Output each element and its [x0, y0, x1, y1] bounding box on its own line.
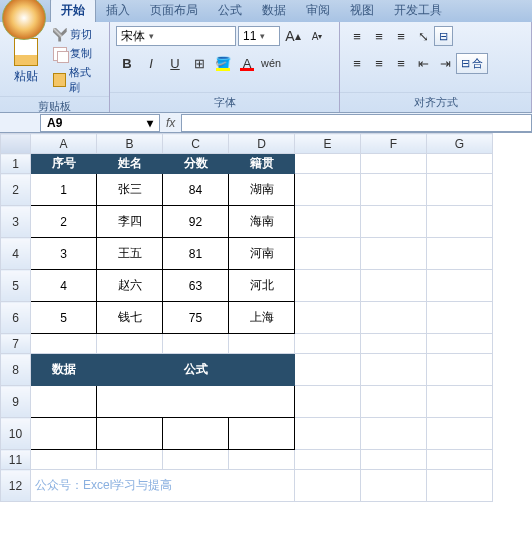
cell[interactable] — [361, 450, 427, 470]
cell[interactable]: 河北 — [229, 270, 295, 302]
cell[interactable]: 5 — [31, 302, 97, 334]
row-header[interactable]: 6 — [1, 302, 31, 334]
cell[interactable] — [361, 354, 427, 386]
copy-button[interactable]: 复制 — [51, 45, 103, 62]
cell[interactable] — [31, 334, 97, 354]
align-bottom-button[interactable]: ≡ — [390, 26, 412, 46]
cell[interactable] — [97, 418, 163, 450]
cell[interactable] — [31, 418, 97, 450]
wrap-text-button[interactable]: ⊟ — [434, 26, 453, 46]
cell[interactable] — [361, 334, 427, 354]
row-header[interactable]: 7 — [1, 334, 31, 354]
cell[interactable] — [427, 450, 493, 470]
bold-button[interactable]: B — [116, 53, 138, 73]
tab-review[interactable]: 审阅 — [296, 0, 340, 22]
fill-color-button[interactable]: 🪣 — [212, 53, 234, 73]
cell[interactable] — [295, 470, 361, 502]
cell[interactable] — [295, 354, 361, 386]
row-header[interactable]: 1 — [1, 154, 31, 174]
cell[interactable] — [427, 354, 493, 386]
col-header[interactable]: A — [31, 134, 97, 154]
row-header[interactable]: 5 — [1, 270, 31, 302]
cell[interactable] — [163, 334, 229, 354]
cell[interactable]: 河南 — [229, 238, 295, 270]
cell[interactable]: 序号 — [31, 154, 97, 174]
cell[interactable] — [31, 450, 97, 470]
watermark-text[interactable]: 公众号：Excel学习与提高 — [31, 470, 295, 502]
cell[interactable] — [427, 154, 493, 174]
cell[interactable] — [229, 450, 295, 470]
cell[interactable] — [361, 174, 427, 206]
indent-inc-button[interactable]: ⇥ — [434, 53, 456, 73]
cell[interactable] — [295, 238, 361, 270]
row-header[interactable]: 8 — [1, 354, 31, 386]
cell[interactable]: 张三 — [97, 174, 163, 206]
cell[interactable] — [427, 174, 493, 206]
cell[interactable]: 分数 — [163, 154, 229, 174]
cell[interactable]: 3 — [31, 238, 97, 270]
cell[interactable]: 籍贯 — [229, 154, 295, 174]
cell[interactable]: 1 — [31, 174, 97, 206]
cell[interactable] — [295, 174, 361, 206]
cell[interactable] — [295, 334, 361, 354]
col-header[interactable]: D — [229, 134, 295, 154]
cell[interactable]: 公式 — [97, 354, 295, 386]
indent-dec-button[interactable]: ⇤ — [412, 53, 434, 73]
cell[interactable]: 92 — [163, 206, 229, 238]
cell[interactable]: 63 — [163, 270, 229, 302]
cell[interactable] — [427, 302, 493, 334]
cell[interactable]: 海南 — [229, 206, 295, 238]
cell[interactable] — [229, 334, 295, 354]
fx-icon[interactable]: fx — [166, 116, 175, 130]
tab-insert[interactable]: 插入 — [96, 0, 140, 22]
cell[interactable]: 姓名 — [97, 154, 163, 174]
tab-view[interactable]: 视图 — [340, 0, 384, 22]
cell[interactable] — [427, 470, 493, 502]
align-middle-button[interactable]: ≡ — [368, 26, 390, 46]
col-header[interactable]: B — [97, 134, 163, 154]
cell[interactable] — [295, 450, 361, 470]
border-button[interactable]: ⊞ — [188, 53, 210, 73]
col-header[interactable]: F — [361, 134, 427, 154]
cell[interactable]: 4 — [31, 270, 97, 302]
row-header[interactable]: 4 — [1, 238, 31, 270]
row-header[interactable]: 10 — [1, 418, 31, 450]
tab-home[interactable]: 开始 — [50, 0, 96, 22]
row-header[interactable]: 9 — [1, 386, 31, 418]
cell[interactable] — [295, 206, 361, 238]
cell[interactable] — [229, 418, 295, 450]
cell[interactable] — [427, 206, 493, 238]
format-painter-button[interactable]: 格式刷 — [51, 64, 103, 96]
underline-button[interactable]: U — [164, 53, 186, 73]
align-center-button[interactable]: ≡ — [368, 53, 390, 73]
cell[interactable] — [361, 154, 427, 174]
font-name-combo[interactable]: 宋体▾ — [116, 26, 236, 46]
row-header[interactable]: 2 — [1, 174, 31, 206]
cell[interactable] — [361, 418, 427, 450]
name-box[interactable]: A9▾ — [40, 114, 160, 132]
cell[interactable] — [427, 418, 493, 450]
row-header[interactable]: 12 — [1, 470, 31, 502]
cell[interactable] — [295, 418, 361, 450]
row-header[interactable]: 3 — [1, 206, 31, 238]
cell[interactable] — [427, 334, 493, 354]
orientation-button[interactable]: ⤡ — [412, 26, 434, 46]
align-top-button[interactable]: ≡ — [346, 26, 368, 46]
tab-dev[interactable]: 开发工具 — [384, 0, 452, 22]
row-header[interactable]: 11 — [1, 450, 31, 470]
cell[interactable] — [427, 238, 493, 270]
cell[interactable]: 75 — [163, 302, 229, 334]
cell[interactable] — [295, 154, 361, 174]
cell[interactable]: 李四 — [97, 206, 163, 238]
cell[interactable] — [361, 302, 427, 334]
cell[interactable]: 2 — [31, 206, 97, 238]
worksheet[interactable]: A B C D E F G 1 序号 姓名 分数 籍贯 2 1 张三 84 湖南… — [0, 133, 532, 502]
cell[interactable] — [361, 270, 427, 302]
cell[interactable]: 王五 — [97, 238, 163, 270]
cell[interactable]: 84 — [163, 174, 229, 206]
cell[interactable] — [295, 386, 361, 418]
cell[interactable] — [97, 334, 163, 354]
cell[interactable] — [295, 270, 361, 302]
cell[interactable] — [361, 470, 427, 502]
cell[interactable] — [361, 386, 427, 418]
